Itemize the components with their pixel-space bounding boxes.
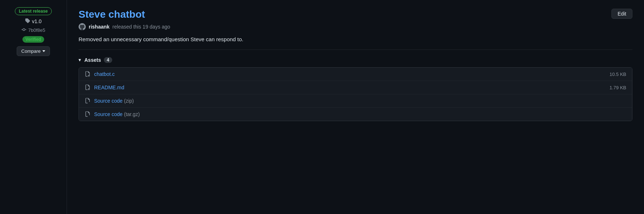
asset-chatbot-link[interactable]: chatbot.c bbox=[94, 71, 115, 77]
asset-left: Source code (tar.gz) bbox=[85, 111, 140, 117]
assets-label: Assets bbox=[84, 57, 101, 63]
release-description: Removed an unnecessary command/question … bbox=[79, 36, 632, 42]
targz-icon bbox=[85, 111, 91, 117]
compare-button[interactable]: Compare bbox=[17, 46, 50, 56]
edit-button[interactable]: Edit bbox=[611, 9, 632, 19]
assets-section: ▾ Assets 4 chatbot.c 10.5 KB bbox=[79, 57, 632, 121]
asset-item[interactable]: chatbot.c 10.5 KB bbox=[79, 68, 632, 81]
commit-hash: 7b0f8e5 bbox=[28, 27, 45, 33]
asset-chatbot-size: 10.5 KB bbox=[610, 72, 626, 77]
asset-left: Source code (zip) bbox=[85, 98, 134, 104]
divider bbox=[79, 50, 632, 50]
author-name: rishaank bbox=[89, 24, 110, 30]
file-icon bbox=[85, 71, 91, 77]
commit-row: 7b0f8e5 bbox=[21, 27, 45, 33]
tag-icon bbox=[25, 18, 30, 24]
sidebar: Latest release v1.0 7b0f8e5 Verified Com… bbox=[0, 0, 67, 214]
avatar bbox=[79, 23, 86, 30]
asset-source-zip-link[interactable]: Source code (zip) bbox=[94, 98, 134, 104]
file-icon bbox=[85, 85, 91, 90]
asset-item[interactable]: Source code (zip) bbox=[79, 94, 632, 108]
main-content: Edit Steve chatbot rishaank released thi… bbox=[67, 0, 644, 214]
assets-header[interactable]: ▾ Assets 4 bbox=[79, 57, 632, 63]
assets-list: chatbot.c 10.5 KB README.md 1.79 KB bbox=[79, 67, 632, 121]
tag-label: v1.0 bbox=[32, 18, 41, 24]
assets-chevron-icon: ▾ bbox=[79, 57, 81, 63]
chevron-down-icon bbox=[42, 50, 45, 52]
asset-source-tar-link[interactable]: Source code (tar.gz) bbox=[94, 111, 140, 117]
asset-readme-size: 1.79 KB bbox=[610, 85, 626, 90]
release-title: Steve chatbot bbox=[79, 9, 632, 20]
asset-left: chatbot.c bbox=[85, 71, 115, 77]
latest-release-badge: Latest release bbox=[15, 7, 52, 15]
asset-item[interactable]: Source code (tar.gz) bbox=[79, 108, 632, 121]
release-time: released this 19 days ago bbox=[113, 24, 171, 30]
verified-badge-container: Verified bbox=[22, 36, 44, 42]
tag-row: v1.0 bbox=[25, 18, 41, 24]
commit-icon bbox=[21, 27, 26, 33]
zip-icon bbox=[85, 98, 91, 104]
asset-item[interactable]: README.md 1.79 KB bbox=[79, 81, 632, 94]
asset-left: README.md bbox=[85, 85, 124, 90]
asset-readme-link[interactable]: README.md bbox=[94, 85, 124, 90]
release-meta: rishaank released this 19 days ago bbox=[79, 23, 632, 30]
assets-count: 4 bbox=[104, 57, 112, 63]
